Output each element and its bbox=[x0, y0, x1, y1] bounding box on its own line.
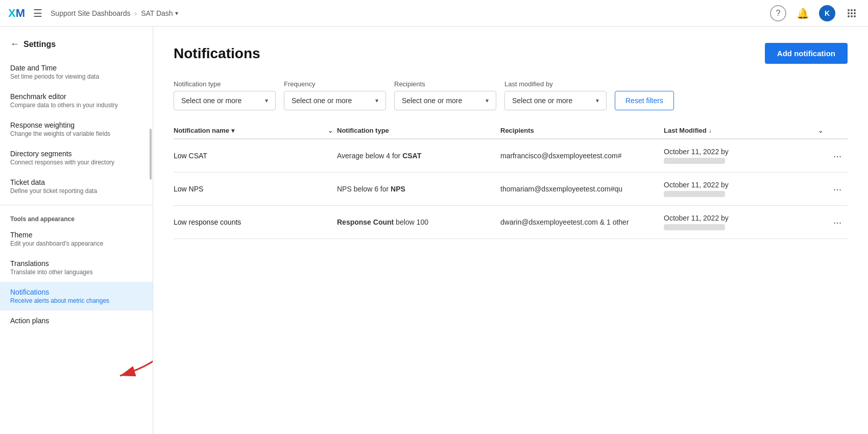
help-button[interactable]: ? bbox=[770, 5, 786, 21]
logo-m: M bbox=[16, 7, 25, 19]
sidebar-item-notifications[interactable]: Notifications Receive alerts about metri… bbox=[0, 282, 153, 310]
logo-x: X bbox=[8, 7, 16, 19]
bell-icon: 🔔 bbox=[797, 7, 809, 19]
filter-frequency-label: Frequency bbox=[284, 80, 386, 88]
sidebar-back[interactable]: ← Settings bbox=[0, 35, 153, 58]
filter-last-modified-by: Last modified by Select one or more ▾ bbox=[504, 80, 607, 110]
notif-modified-3: October 11, 2022 by bbox=[664, 214, 823, 230]
chevron-down-icon: ▾ bbox=[265, 97, 268, 104]
svg-point-6 bbox=[848, 15, 850, 17]
page-title: Notifications bbox=[174, 45, 260, 62]
filter-recipients-label: Recipients bbox=[394, 80, 496, 88]
filter-recipients-dropdown[interactable]: Select one or more ▾ bbox=[394, 91, 496, 110]
th-actions bbox=[827, 127, 848, 134]
filter-last-modified-by-dropdown[interactable]: Select one or more ▾ bbox=[504, 91, 607, 110]
filter-notification-type: Notification type Select one or more ▾ bbox=[174, 80, 276, 110]
notif-name-2: Low NPS bbox=[174, 185, 333, 193]
notif-name-3: Low response counts bbox=[174, 218, 333, 226]
filter-notification-type-dropdown[interactable]: Select one or more ▾ bbox=[174, 91, 276, 110]
table-row: Low NPS NPS below 6 for NPS thomariam@ds… bbox=[174, 173, 848, 206]
chevron-down-icon-2: ▾ bbox=[375, 97, 378, 104]
sidebar-item-directory-segments[interactable]: Directory segments Connect responses wit… bbox=[0, 143, 153, 172]
breadcrumb-current[interactable]: SAT Dash ▾ bbox=[141, 9, 178, 17]
th-notification-name: Notification name ▾ ⌄ bbox=[174, 127, 333, 134]
add-notification-button[interactable]: Add notification bbox=[765, 43, 848, 64]
filter-notification-type-value: Select one or more bbox=[181, 97, 242, 105]
filters-row: Notification type Select one or more ▾ F… bbox=[174, 80, 848, 110]
help-icon: ? bbox=[776, 9, 781, 18]
row-actions-button-1[interactable]: ··· bbox=[827, 150, 848, 162]
filter-modified-icon[interactable]: ⌄ bbox=[818, 127, 823, 134]
breadcrumb-separator: › bbox=[134, 9, 137, 17]
user-avatar[interactable]: K bbox=[819, 5, 835, 21]
sidebar: ← Settings Date and Time Set time period… bbox=[0, 27, 153, 434]
sidebar-item-ticket-data[interactable]: Ticket data Define your ticket reporting… bbox=[0, 172, 153, 201]
menu-icon[interactable]: ☰ bbox=[33, 7, 42, 19]
svg-point-4 bbox=[851, 12, 853, 14]
sort-name-icon[interactable]: ▾ bbox=[231, 127, 234, 134]
nav-right: ? 🔔 K bbox=[770, 5, 860, 21]
notif-type-2: NPS below 6 for NPS bbox=[337, 185, 496, 193]
chevron-down-icon-3: ▾ bbox=[486, 97, 489, 104]
sidebar-item-date-time[interactable]: Date and Time Set time periods for viewi… bbox=[0, 58, 153, 86]
th-recipients: Recipients bbox=[500, 127, 660, 134]
filter-name-icon[interactable]: ⌄ bbox=[328, 127, 333, 134]
svg-point-8 bbox=[854, 15, 856, 17]
svg-point-0 bbox=[848, 9, 850, 11]
th-last-modified: Last Modified ↓ ⌄ bbox=[664, 127, 823, 134]
breadcrumb-parent[interactable]: Support Site Dashboards bbox=[51, 9, 130, 17]
sidebar-scrollbar bbox=[150, 129, 152, 180]
notification-bell-button[interactable]: 🔔 bbox=[794, 5, 811, 21]
table-row: Low CSAT Average below 4 for CSAT marfra… bbox=[174, 139, 848, 173]
notif-type-1: Average below 4 for CSAT bbox=[337, 152, 496, 160]
th-notification-type: Notification type bbox=[337, 127, 496, 134]
sidebar-item-theme[interactable]: Theme Edit your dashboard's appearance bbox=[0, 225, 153, 253]
filter-recipients-value: Select one or more bbox=[402, 97, 462, 105]
top-nav: XM ☰ Support Site Dashboards › SAT Dash … bbox=[0, 0, 868, 27]
notif-recipients-1: marfrancisco@dsxemployeetest.com# bbox=[500, 152, 660, 160]
filter-last-modified-by-label: Last modified by bbox=[504, 80, 607, 88]
sidebar-item-action-plans[interactable]: Action plans bbox=[0, 310, 153, 331]
svg-point-2 bbox=[854, 9, 856, 11]
chevron-down-icon-4: ▾ bbox=[596, 97, 599, 104]
grid-icon bbox=[847, 8, 857, 18]
reset-filters-button[interactable]: Reset filters bbox=[615, 91, 674, 110]
filter-recipients: Recipients Select one or more ▾ bbox=[394, 80, 496, 110]
svg-point-7 bbox=[851, 15, 853, 17]
svg-point-1 bbox=[851, 9, 853, 11]
modified-by-blur-1 bbox=[664, 158, 725, 164]
notif-modified-2: October 11, 2022 by bbox=[664, 181, 823, 197]
main-content: Notifications Add notification Notificat… bbox=[153, 27, 868, 434]
filter-frequency: Frequency Select one or more ▾ bbox=[284, 80, 386, 110]
sidebar-back-label: Settings bbox=[23, 40, 56, 49]
sidebar-item-translations[interactable]: Translations Translate into other langua… bbox=[0, 253, 153, 282]
annotation-arrow bbox=[79, 337, 153, 385]
sort-modified-icon[interactable]: ↓ bbox=[709, 127, 712, 134]
sidebar-divider-1 bbox=[0, 205, 153, 205]
xm-logo[interactable]: XM bbox=[8, 7, 25, 20]
apps-grid-button[interactable] bbox=[843, 5, 860, 21]
main-layout: ← Settings Date and Time Set time period… bbox=[0, 27, 868, 434]
row-actions-button-3[interactable]: ··· bbox=[827, 216, 848, 228]
filter-frequency-value: Select one or more bbox=[292, 97, 352, 105]
modified-by-blur-2 bbox=[664, 191, 725, 197]
filter-frequency-dropdown[interactable]: Select one or more ▾ bbox=[284, 91, 386, 110]
notif-recipients-2: thomariam@dsxemployeetest.com#qu bbox=[500, 185, 660, 193]
sidebar-item-benchmark[interactable]: Benchmark editor Compare data to others … bbox=[0, 86, 153, 115]
filter-last-modified-by-value: Select one or more bbox=[512, 97, 572, 105]
sidebar-item-response-weighting[interactable]: Response weighting Change the weights of… bbox=[0, 115, 153, 143]
table-header: Notification name ▾ ⌄ Notification type … bbox=[174, 123, 848, 139]
notif-name-1: Low CSAT bbox=[174, 152, 333, 160]
breadcrumb: Support Site Dashboards › SAT Dash ▾ bbox=[51, 9, 178, 17]
notif-modified-1: October 11, 2022 by bbox=[664, 148, 823, 164]
notifications-table: Notification name ▾ ⌄ Notification type … bbox=[174, 123, 848, 239]
filter-notification-type-label: Notification type bbox=[174, 80, 276, 88]
notif-recipients-3: dwarin@dsxemployeetest.com & 1 other bbox=[500, 218, 660, 226]
back-arrow-icon: ← bbox=[10, 39, 19, 50]
row-actions-button-2[interactable]: ··· bbox=[827, 183, 848, 195]
sidebar-section-tools: Tools and appearance bbox=[0, 209, 153, 225]
table-row: Low response counts Response Count below… bbox=[174, 206, 848, 239]
svg-point-5 bbox=[854, 12, 856, 14]
notif-type-3: Response Count below 100 bbox=[337, 218, 496, 226]
svg-point-3 bbox=[848, 12, 850, 14]
